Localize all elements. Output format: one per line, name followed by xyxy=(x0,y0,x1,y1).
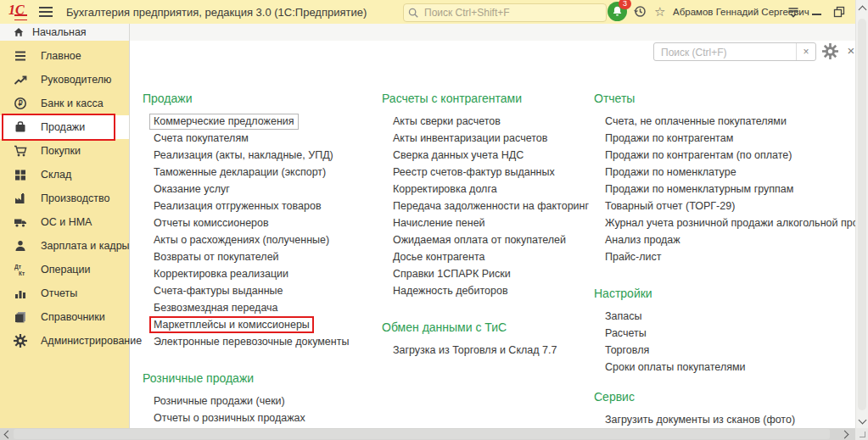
sidebar-item-operations[interactable]: ДтКтОперации xyxy=(0,258,129,281)
section-service: СервисЗагрузить документы из сканов (фот… xyxy=(594,390,795,427)
horizontal-scrollbar-thumb[interactable] xyxy=(14,429,830,439)
svg-text:Кт: Кт xyxy=(19,270,25,276)
menu-link[interactable]: Досье контрагента xyxy=(393,251,485,264)
menu-link[interactable]: Корректировка реализации xyxy=(154,268,288,281)
sidebar-item-administration[interactable]: Администрирование xyxy=(0,329,129,353)
menu-link[interactable]: Ожидаемая оплата от покупателей xyxy=(393,234,566,247)
restore-window-button[interactable] xyxy=(832,5,846,19)
sidebar-item-manager[interactable]: Руководителю xyxy=(0,68,129,92)
menu-link[interactable]: Анализ продаж xyxy=(605,234,680,247)
menu-link[interactable]: Передача задолженности на факторинг xyxy=(393,200,589,213)
sidebar-item-label: Производство xyxy=(41,187,110,210)
favorites-star-icon[interactable]: ☆ xyxy=(654,3,665,20)
person-icon xyxy=(14,239,27,253)
section-sidebar: ГлавноеРуководителю₽Банк и кассаПродажиП… xyxy=(0,41,129,428)
vertical-scrollbar[interactable] xyxy=(855,0,868,428)
scroll-right-icon[interactable] xyxy=(841,431,849,439)
books-icon xyxy=(14,310,27,324)
tab-home-page[interactable]: Начальная страница xyxy=(0,24,129,41)
sidebar-item-salary-hr[interactable]: Зарплата и кадры xyxy=(0,234,129,258)
sidebar-item-warehouse[interactable]: Склад xyxy=(0,163,129,187)
panel-settings-button[interactable] xyxy=(822,43,838,59)
menu-link[interactable]: Загрузить документы из сканов (фото) xyxy=(605,414,795,426)
menu-link[interactable]: Загрузка из Торговля и Склад 7.7 xyxy=(393,344,557,357)
home-icon xyxy=(13,26,25,38)
panel-search-field[interactable]: × xyxy=(653,42,816,61)
notifications-button[interactable]: 3 xyxy=(608,2,627,21)
section-reports: ОтчетыСчета, не оплаченные покупателямиП… xyxy=(594,92,868,265)
menu-link[interactable]: Продажи по контрагентам xyxy=(605,132,733,145)
menu-link[interactable]: Реализация (акты, накладные, УПД) xyxy=(154,149,333,162)
title-bar: 1С Бухгалтерия предприятия, редакция 3.0… xyxy=(0,0,855,24)
history-button[interactable] xyxy=(633,4,647,19)
menu-link[interactable]: Маркетплейсы и комиссионеры xyxy=(154,319,310,331)
menu-link[interactable]: Сверка данных учета НДС xyxy=(393,149,524,162)
sidebar-item-label: Операции xyxy=(41,258,90,281)
menu-link[interactable]: Корректировка долга xyxy=(393,183,497,196)
sidebar-item-label: Главное xyxy=(41,44,81,68)
menu-link[interactable]: Продажи по номенклатуре xyxy=(605,166,736,179)
menu-link[interactable]: Товарный отчет (ТОРГ-29) xyxy=(605,200,735,213)
dt-kt-icon: ДтКт xyxy=(14,263,27,276)
horizontal-scrollbar[interactable] xyxy=(0,428,855,440)
menu-lines-icon xyxy=(14,49,27,63)
1c-logo: 1С xyxy=(8,3,25,20)
main-menu-icon[interactable] xyxy=(39,7,53,8)
sidebar-item-main[interactable]: Главное xyxy=(0,44,129,68)
menu-link[interactable]: Журнал учета розничной продажи алкогольн… xyxy=(605,217,868,230)
menu-link[interactable]: Акты о расхождениях (полученные) xyxy=(154,234,329,247)
minimize-button[interactable] xyxy=(812,14,821,15)
sidebar-item-production[interactable]: Производство xyxy=(0,187,129,210)
scroll-left-icon[interactable] xyxy=(4,431,13,439)
menu-link[interactable]: Оказание услуг xyxy=(154,183,230,196)
sidebar-item-reports[interactable]: Отчеты xyxy=(0,281,129,305)
sidebar-item-directories[interactable]: Справочники xyxy=(0,305,129,329)
menu-link[interactable]: Расчеты xyxy=(605,327,647,340)
vertical-scrollbar-thumb[interactable] xyxy=(858,19,866,410)
sidebar-item-label: Зарплата и кадры xyxy=(41,234,130,258)
menu-link[interactable]: Акты инвентаризации расчетов xyxy=(393,132,547,145)
factory-icon xyxy=(14,192,27,205)
global-search-field[interactable] xyxy=(403,3,607,22)
menu-link[interactable]: Таможенные декларации (экспорт) xyxy=(154,166,326,179)
menu-link[interactable]: Безвозмездная передача xyxy=(154,302,278,315)
section-title: Расчеты с контрагентами xyxy=(382,92,589,105)
menu-link[interactable]: Реализация отгруженных товаров xyxy=(154,200,322,213)
menu-link[interactable]: Счета-фактуры выданные xyxy=(154,285,283,298)
menu-link[interactable]: Справки 1СПАРК Риски xyxy=(393,268,511,281)
menu-link[interactable]: Торговля xyxy=(605,344,649,357)
menu-link[interactable]: Отчеты о розничных продажах xyxy=(154,412,305,425)
sidebar-item-bank-cash[interactable]: ₽Банк и касса xyxy=(0,92,129,115)
scroll-up-icon[interactable] xyxy=(859,6,867,14)
pallet-icon xyxy=(14,168,27,181)
section-title: Сервис xyxy=(594,390,795,404)
menu-link[interactable]: Начисление пеней xyxy=(393,217,485,230)
truck-icon xyxy=(14,215,27,229)
menu-link[interactable]: Сроки оплаты покупателями xyxy=(605,361,746,374)
menu-link[interactable]: Продажи по контрагентам (по оплате) xyxy=(605,149,792,162)
menu-link[interactable]: Надежность дебиторов xyxy=(393,285,508,298)
panel-search-input[interactable] xyxy=(659,45,794,60)
menu-link[interactable]: Электронные перевозочные документы xyxy=(154,336,349,348)
menu-link[interactable]: Акты сверки расчетов xyxy=(393,115,501,128)
section-settings: НастройкиЗапасыРасчетыТорговляСроки опла… xyxy=(594,287,746,375)
global-search-input[interactable] xyxy=(423,5,600,20)
sidebar-item-label: Покупки xyxy=(41,139,81,163)
sidebar-item-purchases[interactable]: Покупки xyxy=(0,139,129,163)
menu-link[interactable]: Счета, не оплаченные покупателями xyxy=(605,115,787,128)
menu-link[interactable]: Розничные продажи (чеки) xyxy=(154,395,285,408)
sidebar-item-sales[interactable]: Продажи xyxy=(0,115,129,139)
menu-link[interactable]: Прайс-лист xyxy=(605,251,662,264)
menu-link[interactable]: Реестр счетов-фактур выданных xyxy=(393,166,555,179)
menu-link[interactable]: Возвраты от покупателей xyxy=(154,251,279,264)
menu-link[interactable]: Запасы xyxy=(605,310,641,323)
menu-link[interactable]: Продажи по номенклатурным группам xyxy=(605,183,793,196)
menu-link[interactable]: Коммерческие предложения xyxy=(149,114,299,130)
clear-search-icon[interactable]: × xyxy=(796,43,815,60)
svg-text:₽: ₽ xyxy=(18,99,22,108)
collapse-panel-icon[interactable] xyxy=(787,5,800,19)
menu-link[interactable]: Счета покупателям xyxy=(154,132,249,145)
sidebar-item-fixed-assets[interactable]: ОС и НМА xyxy=(0,210,129,234)
menu-link[interactable]: Отчеты комиссионеров xyxy=(154,217,269,230)
scroll-down-icon[interactable] xyxy=(859,416,867,425)
